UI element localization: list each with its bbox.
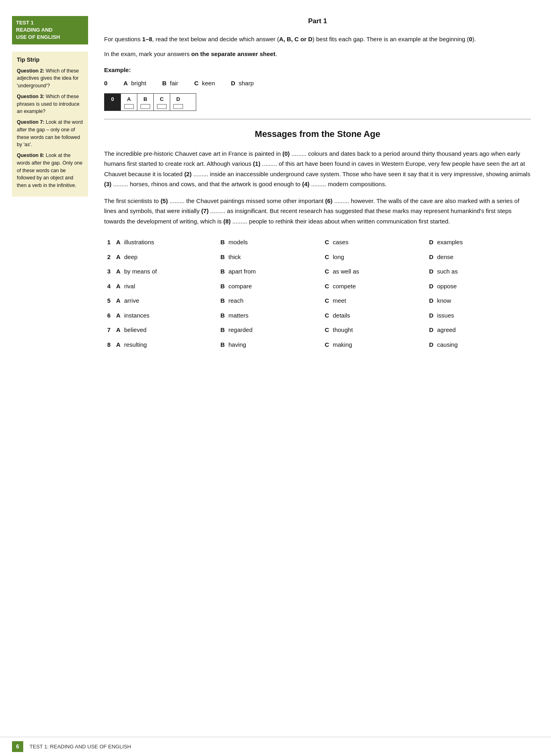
example-label: Example: — [104, 66, 531, 75]
opt-text-3-D: such as — [435, 264, 531, 279]
opt-text-2-B: thick — [226, 250, 323, 265]
example-opt-b: B fair — [162, 79, 178, 88]
opt-letter-1-C: C — [322, 235, 330, 250]
opt-letter-5-C: C — [322, 294, 330, 308]
footer-text: TEST 1: READING AND USE OF ENGLISH — [30, 743, 131, 751]
q-number-6: 6 — [104, 308, 114, 323]
opt-text-4-D: oppose — [435, 279, 531, 294]
footer: 6 TEST 1: READING AND USE OF ENGLISH — [0, 737, 551, 756]
opt-text-3-C: as well as — [330, 264, 427, 279]
opt-letter-2-A: A — [114, 250, 122, 265]
mcq-row-1: 1AillustrationsBmodelsCcasesDexamples — [104, 235, 531, 250]
opt-letter-8-C: C — [322, 338, 330, 352]
mcq-row-5: 5AarriveBreachCmeetDknow — [104, 294, 531, 308]
opt-letter-6-A: A — [114, 308, 122, 323]
opt-letter-5-D: D — [427, 294, 435, 308]
instructions: For questions 1–8, read the text below a… — [104, 34, 531, 44]
opt-letter-7-C: C — [322, 323, 330, 338]
answer-cell-d: D — [170, 94, 186, 111]
article-paragraph-2: The first scientists to (5) ......... th… — [104, 196, 531, 227]
opt-letter-6-D: D — [427, 308, 435, 323]
example-opt-a: A bright — [123, 79, 146, 88]
page-number: 6 — [12, 741, 23, 752]
opt-letter-2-B: B — [218, 250, 226, 265]
q-number-2: 2 — [104, 250, 114, 265]
divider — [104, 119, 531, 119]
opt-text-2-C: long — [330, 250, 427, 265]
opt-letter-5-B: B — [218, 294, 226, 308]
article-title: Messages from the Stone Age — [104, 127, 531, 141]
sidebar: TEST 1 READING AND USE OF ENGLISH Tip St… — [0, 16, 88, 713]
opt-text-3-A: by means of — [122, 264, 218, 279]
test-label-line1: TEST 1 — [16, 19, 84, 26]
answer-cell-0: 0 — [105, 94, 121, 111]
opt-letter-1-D: D — [427, 235, 435, 250]
tip-strip-title: Tip Strip — [17, 56, 83, 64]
test-label: TEST 1 READING AND USE OF ENGLISH — [12, 16, 88, 44]
opt-text-1-B: models — [226, 235, 323, 250]
mcq-row-4: 4ArivalBcompareCcompeteDoppose — [104, 279, 531, 294]
opt-letter-7-A: A — [114, 323, 122, 338]
mcq-table: 1AillustrationsBmodelsCcasesDexamples2Ad… — [104, 235, 531, 352]
opt-text-1-C: cases — [330, 235, 427, 250]
opt-text-8-C: making — [330, 338, 427, 352]
q-number-7: 7 — [104, 323, 114, 338]
article-paragraph-1: The incredible pre-historic Chauvet cave… — [104, 149, 531, 189]
opt-letter-4-B: B — [218, 279, 226, 294]
opt-text-4-A: rival — [122, 279, 218, 294]
example-row: 0 A bright B fair C keen D sharp — [104, 79, 531, 88]
opt-text-4-B: compare — [226, 279, 323, 294]
tip-strip-box: Tip Strip Question 2: Which of these adj… — [12, 52, 88, 197]
opt-text-8-A: resulting — [122, 338, 218, 352]
opt-letter-6-B: B — [218, 308, 226, 323]
test-label-line2: READING AND — [16, 26, 84, 34]
opt-letter-1-A: A — [114, 235, 122, 250]
opt-text-1-D: examples — [435, 235, 531, 250]
opt-text-6-B: matters — [226, 308, 323, 323]
opt-letter-8-B: B — [218, 338, 226, 352]
test-label-line3: USE OF ENGLISH — [16, 34, 84, 41]
article-body: The incredible pre-historic Chauvet cave… — [104, 149, 531, 227]
mcq-row-3: 3Aby means ofBapart fromCas well asDsuch… — [104, 264, 531, 279]
tip-item-3: Question 7: Look at the word after the g… — [17, 119, 83, 149]
opt-letter-7-D: D — [427, 323, 435, 338]
tip-item-4: Question 8: Look at the words after the … — [17, 152, 83, 189]
opt-text-3-B: apart from — [226, 264, 323, 279]
answer-grid: 0 A B C D — [104, 93, 196, 111]
opt-text-2-D: dense — [435, 250, 531, 265]
opt-text-1-A: illustrations — [122, 235, 218, 250]
opt-letter-5-A: A — [114, 294, 122, 308]
opt-text-6-A: instances — [122, 308, 218, 323]
answer-cell-c: C — [154, 94, 170, 111]
opt-letter-3-D: D — [427, 264, 435, 279]
opt-letter-8-A: A — [114, 338, 122, 352]
answer-cell-b: B — [137, 94, 154, 111]
tip-q8-label: Question 8: — [17, 153, 44, 158]
mcq-row-8: 8AresultingBhavingCmakingDcausing — [104, 338, 531, 352]
opt-text-5-B: reach — [226, 294, 323, 308]
q-number-3: 3 — [104, 264, 114, 279]
opt-text-6-C: details — [330, 308, 427, 323]
opt-text-4-C: compete — [330, 279, 427, 294]
tip-q7-label: Question 7: — [17, 119, 44, 125]
main-content: Part 1 For questions 1–8, read the text … — [88, 16, 551, 713]
content-area: TEST 1 READING AND USE OF ENGLISH Tip St… — [0, 0, 551, 737]
example-number: 0 — [104, 79, 107, 88]
q-number-5: 5 — [104, 294, 114, 308]
q-number-1: 1 — [104, 235, 114, 250]
opt-text-7-A: believed — [122, 323, 218, 338]
opt-letter-7-B: B — [218, 323, 226, 338]
page: TEST 1 READING AND USE OF ENGLISH Tip St… — [0, 0, 551, 756]
opt-letter-3-C: C — [322, 264, 330, 279]
example-opt-d: D sharp — [231, 79, 254, 88]
opt-text-5-A: arrive — [122, 294, 218, 308]
opt-letter-1-B: B — [218, 235, 226, 250]
tip-q2-label: Question 2: — [17, 68, 44, 74]
tip-item-2: Question 3: Which of these phrases is us… — [17, 93, 83, 115]
opt-letter-2-D: D — [427, 250, 435, 265]
opt-letter-8-D: D — [427, 338, 435, 352]
opt-text-2-A: deep — [122, 250, 218, 265]
q-number-4: 4 — [104, 279, 114, 294]
opt-letter-4-C: C — [322, 279, 330, 294]
opt-text-7-B: regarded — [226, 323, 323, 338]
